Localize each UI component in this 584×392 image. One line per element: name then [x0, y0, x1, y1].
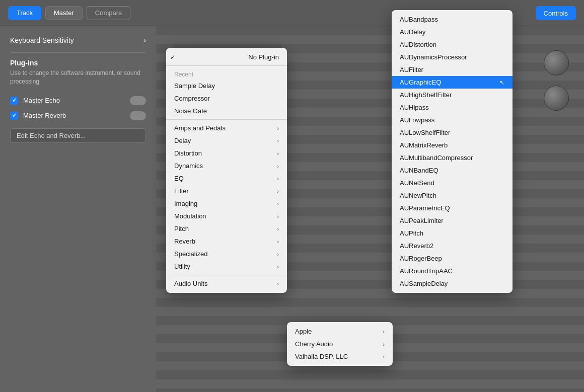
- au-parametric-eq-item[interactable]: AUParametricEQ: [392, 202, 513, 214]
- au-distortion-item[interactable]: AUDistortion: [392, 38, 513, 51]
- knob-2[interactable]: [544, 86, 569, 111]
- valhalla-arrow-icon: ›: [383, 354, 385, 360]
- cursor-indicator: ↖: [499, 79, 504, 86]
- cherry-audio-item[interactable]: Cherry Audio ›: [287, 338, 393, 350]
- pitch-arrow-icon: ›: [277, 226, 279, 232]
- modulation-item[interactable]: Modulation ›: [166, 210, 287, 222]
- recent-label: Recent: [166, 68, 287, 80]
- divider-1: [10, 52, 146, 53]
- cherry-audio-label: Cherry Audio: [295, 340, 333, 348]
- compare-button[interactable]: Compare: [87, 6, 130, 20]
- distortion-item[interactable]: Distortion ›: [166, 147, 287, 160]
- audio-units-arrow-icon: ›: [277, 281, 279, 287]
- sample-delay-item[interactable]: Sample Delay: [166, 80, 287, 92]
- amps-and-pedals-item[interactable]: Amps and Pedals ›: [166, 122, 287, 134]
- au-graphic-eq-item[interactable]: AUGraphicEQ ↖: [392, 76, 513, 89]
- specialized-item[interactable]: Specialized ›: [166, 248, 287, 260]
- eq-arrow-icon: ›: [277, 176, 279, 182]
- au-multiband-compressor-item[interactable]: AUMultibandCompressor: [392, 151, 513, 164]
- au-pitch-item[interactable]: AUPitch: [392, 227, 513, 240]
- au-peak-limiter-item[interactable]: AUPeakLimiter: [392, 214, 513, 227]
- apple-item[interactable]: Apple ›: [287, 325, 393, 338]
- modulation-arrow-icon: ›: [277, 213, 279, 219]
- controls-button[interactable]: Controls: [536, 6, 576, 20]
- track-button[interactable]: Track: [8, 6, 41, 20]
- valhalla-label: Valhalla DSP, LLC: [295, 353, 348, 360]
- au-low-shelf-filter-item[interactable]: AULowShelfFilter: [392, 126, 513, 139]
- au-net-send-item[interactable]: AUNetSend: [392, 177, 513, 189]
- pitch-item[interactable]: Pitch ›: [166, 222, 287, 235]
- imaging-arrow-icon: ›: [277, 201, 279, 207]
- utility-arrow-icon: ›: [277, 264, 279, 270]
- au-filter-item[interactable]: AUFilter: [392, 63, 513, 76]
- filter-item[interactable]: Filter ›: [166, 185, 287, 197]
- au-bandpass-item[interactable]: AUBandpass: [392, 13, 513, 26]
- reverb-item[interactable]: Reverb ›: [166, 235, 287, 248]
- au-lowpass-item[interactable]: AULowpass: [392, 114, 513, 126]
- menu-divider-1: [166, 65, 287, 66]
- delay-arrow-icon: ›: [277, 138, 279, 144]
- master-button[interactable]: Master: [45, 6, 83, 20]
- edit-echo-reverb-button[interactable]: Edit Echo and Reverb...: [10, 128, 146, 143]
- filter-arrow-icon: ›: [277, 188, 279, 194]
- plugins-desc: Use to change the software instrument, o…: [10, 69, 146, 86]
- au-menu: AUBandpass AUDelay AUDistortion AUDynami…: [392, 10, 513, 293]
- cherry-audio-arrow-icon: ›: [383, 341, 385, 347]
- utility-item[interactable]: Utility ›: [166, 260, 287, 273]
- master-reverb-row: Master Reverb: [10, 111, 146, 120]
- imaging-item[interactable]: Imaging ›: [166, 197, 287, 210]
- sidebar: Keyboard Sensitivity › Plug-ins Use to c…: [0, 26, 156, 392]
- au-delay-item[interactable]: AUDelay: [392, 26, 513, 38]
- toolbar-right: Controls: [536, 6, 576, 20]
- apple-label: Apple: [295, 328, 312, 335]
- master-echo-checkbox[interactable]: [10, 97, 18, 105]
- master-reverb-label: Master Reverb: [23, 112, 125, 119]
- amps-arrow-icon: ›: [277, 125, 279, 131]
- compressor-item[interactable]: Compressor: [166, 92, 287, 105]
- master-reverb-knob[interactable]: [130, 111, 146, 120]
- au-new-pitch-item[interactable]: AUNewPitch: [392, 189, 513, 202]
- vendor-menu: Apple › Cherry Audio › Valhalla DSP, LLC…: [287, 322, 393, 366]
- dynamics-arrow-icon: ›: [277, 163, 279, 169]
- knob-1[interactable]: [544, 50, 569, 75]
- plugin-menu: No Plug-in Recent Sample Delay Compresso…: [166, 48, 287, 293]
- master-echo-row: Master Echo: [10, 96, 146, 105]
- master-reverb-checkbox[interactable]: [10, 112, 18, 120]
- valhalla-item[interactable]: Valhalla DSP, LLC ›: [287, 350, 393, 363]
- menu-divider-3: [166, 275, 287, 275]
- specialized-arrow-icon: ›: [277, 251, 279, 257]
- au-sample-delay-item[interactable]: AUSampleDelay: [392, 277, 513, 290]
- plugins-title: Plug-ins: [10, 59, 146, 67]
- au-high-shelf-filter-item[interactable]: AUHighShelfFilter: [392, 89, 513, 101]
- au-reverb2-item[interactable]: AUReverb2: [392, 240, 513, 252]
- au-graphic-eq-label: AUGraphicEQ: [400, 79, 441, 86]
- distortion-arrow-icon: ›: [277, 150, 279, 156]
- apple-arrow-icon: ›: [383, 329, 385, 335]
- no-plugin-item[interactable]: No Plug-in: [166, 51, 287, 63]
- au-nband-eq-item[interactable]: AUNBandEQ: [392, 164, 513, 177]
- au-hipass-item[interactable]: AUHipass: [392, 101, 513, 114]
- au-roger-beep-item[interactable]: AURogerBeep: [392, 252, 513, 265]
- au-round-trip-aac-item[interactable]: AURoundTripAAC: [392, 265, 513, 277]
- eq-item[interactable]: EQ ›: [166, 172, 287, 185]
- knob-area: [544, 50, 574, 121]
- master-echo-label: Master Echo: [23, 97, 125, 104]
- no-plugin-label: No Plug-in: [248, 53, 279, 61]
- reverb-arrow-icon: ›: [277, 239, 279, 245]
- audio-units-item[interactable]: Audio Units ›: [166, 277, 287, 290]
- chevron-right-icon: ›: [143, 36, 146, 44]
- keyboard-sensitivity-row[interactable]: Keyboard Sensitivity ›: [10, 36, 146, 44]
- au-dynamics-processor-item[interactable]: AUDynamicsProcessor: [392, 51, 513, 63]
- dynamics-item[interactable]: Dynamics ›: [166, 160, 287, 172]
- master-echo-knob[interactable]: [130, 96, 146, 105]
- au-matrix-reverb-item[interactable]: AUMatrixReverb: [392, 139, 513, 151]
- menu-divider-2: [166, 119, 287, 120]
- keyboard-sensitivity-label: Keyboard Sensitivity: [10, 36, 74, 44]
- delay-item[interactable]: Delay ›: [166, 134, 287, 147]
- noise-gate-item[interactable]: Noise Gate: [166, 105, 287, 117]
